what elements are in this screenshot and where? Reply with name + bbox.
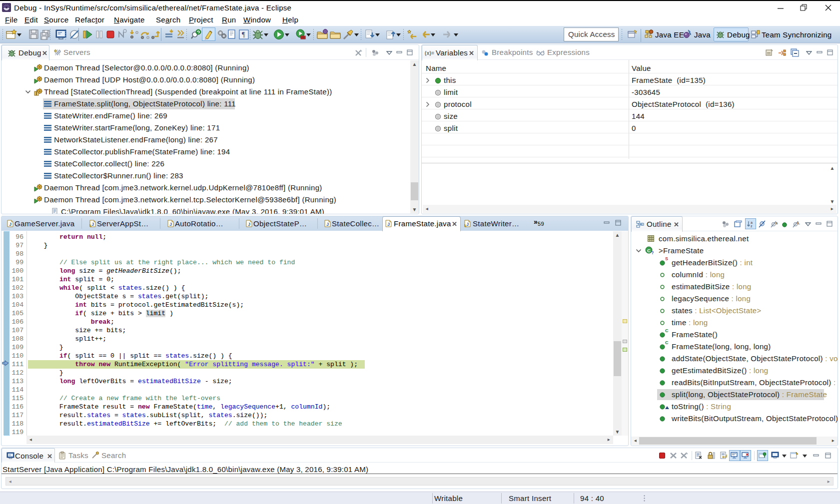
svg-text:J: J <box>9 222 11 227</box>
svg-text:C: C <box>647 248 651 253</box>
svg-text:J: J <box>169 222 172 227</box>
svg-text:J: J <box>248 222 250 227</box>
svg-text:¶: ¶ <box>242 31 245 38</box>
svg-text:?: ? <box>651 250 654 255</box>
svg-text:J: J <box>466 222 469 227</box>
svg-text:J: J <box>91 222 94 227</box>
svg-text:J: J <box>326 222 329 227</box>
svg-text:J: J <box>387 222 390 227</box>
